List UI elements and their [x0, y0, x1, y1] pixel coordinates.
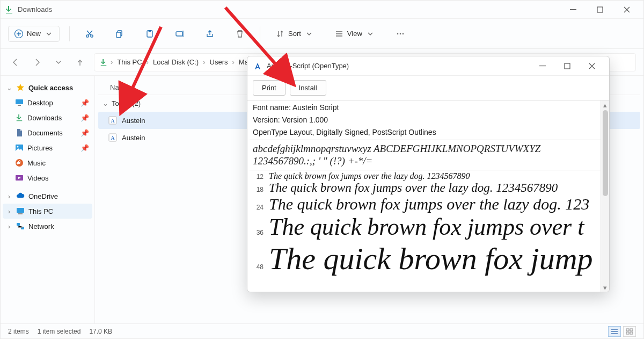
view-toggles: [608, 326, 636, 337]
cut-button[interactable]: [79, 26, 100, 42]
svg-rect-32: [565, 63, 570, 69]
nav-back[interactable]: [8, 55, 23, 70]
close-button[interactable]: [614, 2, 639, 18]
rename-button[interactable]: [170, 26, 190, 42]
videos-icon: [14, 173, 24, 183]
popup-titlebar: Austein-Script (OpenType): [247, 56, 609, 76]
divider: [260, 26, 260, 41]
this-pc-label: This PC: [28, 207, 53, 215]
scissors-icon: [85, 29, 94, 39]
status-item-count: 2 items: [8, 328, 29, 335]
sample-size-label: 24: [253, 204, 264, 211]
file-name: Austein: [122, 117, 145, 125]
divider: [250, 170, 601, 170]
sidebar-item-desktop[interactable]: Desktop 📌: [3, 95, 92, 110]
scroll-down-icon[interactable]: ▾: [601, 283, 609, 292]
sidebar-item-videos[interactable]: Videos: [3, 170, 92, 185]
view-label: View: [347, 30, 362, 38]
pc-icon: [16, 206, 25, 216]
nav-forward[interactable]: [30, 55, 45, 70]
downloads-icon: [99, 57, 108, 67]
thumbnails-view-button[interactable]: [623, 326, 636, 337]
view-button[interactable]: View: [329, 26, 380, 42]
scroll-thumb[interactable]: [603, 110, 608, 196]
svg-point-10: [397, 33, 399, 34]
font-sample-row: 48The quick brown fox jump: [250, 241, 601, 277]
crumb-1[interactable]: Local Disk (C:): [151, 57, 201, 67]
share-button[interactable]: [200, 26, 220, 42]
star-icon: [16, 83, 25, 92]
details-view-button[interactable]: [608, 326, 621, 337]
popup-maximize[interactable]: [555, 59, 579, 74]
sample-text: The quick brown fox jumps over the lazy …: [269, 195, 589, 213]
chevron-right-icon: ›: [6, 222, 12, 230]
pin-icon: 📌: [80, 144, 89, 152]
sort-button[interactable]: Sort: [270, 26, 319, 42]
copy-icon: [115, 29, 125, 39]
svg-rect-14: [18, 105, 21, 106]
window-controls: [561, 2, 639, 18]
crumb-0[interactable]: This PC: [115, 57, 144, 67]
sort-icon: [275, 29, 285, 39]
chevron-down-icon: [304, 29, 314, 39]
svg-rect-0: [570, 9, 576, 10]
minimize-button[interactable]: [561, 2, 586, 18]
chevron-down-icon: [365, 29, 375, 39]
crumb-2[interactable]: Users: [208, 57, 230, 67]
sidebar-item-pictures[interactable]: Pictures 📌: [3, 140, 92, 155]
sidebar-item-network[interactable]: › Network: [3, 219, 92, 234]
sidebar-item-onedrive[interactable]: › OneDrive: [3, 189, 92, 204]
font-size-samples: 12The quick brown fox jumps over the laz…: [250, 171, 601, 277]
paste-button[interactable]: [140, 26, 160, 42]
documents-icon: [14, 128, 24, 138]
rename-icon: [175, 29, 185, 39]
sidebar-item-documents[interactable]: Documents 📌: [3, 125, 92, 140]
more-icon: [396, 29, 405, 39]
sidebar-item-music[interactable]: Music: [3, 155, 92, 170]
desktop-label: Desktop: [27, 99, 53, 107]
svg-rect-8: [149, 30, 151, 32]
pin-icon: 📌: [80, 114, 89, 122]
print-button[interactable]: Print: [253, 80, 286, 96]
font-sample-row: 18The quick brown fox jumps over the laz…: [250, 181, 601, 195]
music-icon: [14, 158, 24, 168]
explorer-titlebar: Downloads: [1, 1, 643, 19]
chevron-down-icon: [44, 29, 54, 39]
popup-controls: [531, 59, 604, 74]
status-selected: 1 item selected: [38, 328, 81, 335]
sample-text: The quick brown fox jumps over t: [269, 213, 584, 241]
scroll-up-icon[interactable]: ▴: [601, 100, 609, 109]
more-button[interactable]: [390, 26, 411, 42]
svg-rect-29: [626, 332, 629, 334]
network-label: Network: [28, 222, 54, 230]
svg-rect-31: [539, 66, 546, 66]
documents-label: Documents: [27, 129, 63, 137]
popup-close[interactable]: [580, 59, 604, 74]
popup-scrollbar[interactable]: ▴ ▾: [601, 100, 609, 292]
pin-icon: 📌: [80, 99, 89, 107]
downloads-icon: [14, 113, 24, 122]
font-meta-layout: OpenType Layout, Digitally Signed, PostS…: [250, 126, 601, 139]
delete-button[interactable]: [230, 26, 250, 42]
popup-minimize[interactable]: [531, 59, 554, 74]
nav-recent[interactable]: [51, 55, 66, 70]
pictures-label: Pictures: [27, 144, 53, 152]
window-title: Downloads: [18, 5, 52, 13]
videos-label: Videos: [27, 174, 49, 182]
font-preview-content: Font name: Austein Script Version: Versi…: [247, 100, 601, 292]
sidebar-item-quick-access[interactable]: ⌄ Quick access: [3, 80, 92, 95]
install-button[interactable]: Install: [290, 80, 326, 96]
divider: [250, 140, 601, 140]
sidebar-item-downloads[interactable]: Downloads 📌: [3, 110, 92, 125]
trash-icon: [235, 29, 245, 39]
sidebar-item-this-pc[interactable]: › This PC: [3, 204, 92, 219]
music-label: Music: [27, 159, 46, 167]
sample-size-label: 12: [253, 173, 264, 181]
svg-rect-21: [17, 223, 20, 226]
copy-button[interactable]: [109, 26, 130, 42]
maximize-button[interactable]: [588, 2, 612, 18]
divider: [69, 26, 70, 41]
new-button[interactable]: New: [8, 26, 60, 42]
nav-up[interactable]: [72, 55, 87, 70]
explorer-toolbar: New Sort View: [1, 19, 643, 49]
